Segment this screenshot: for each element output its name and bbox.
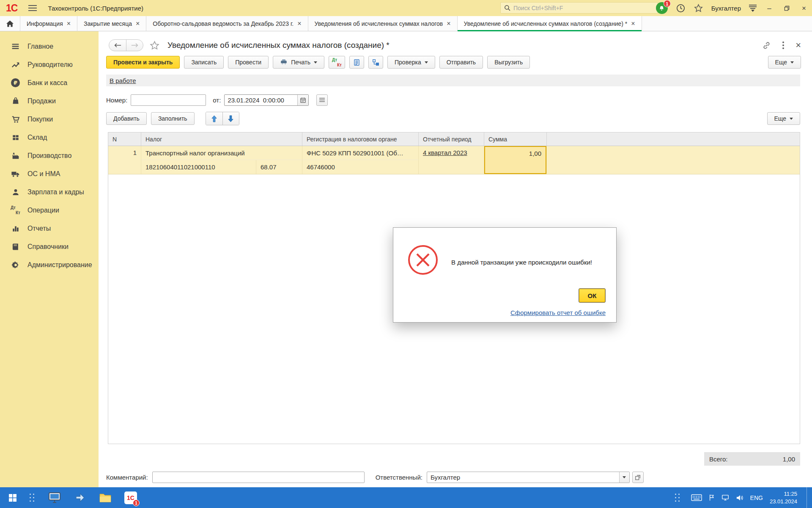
network-icon[interactable]: [721, 494, 729, 501]
cell-registration[interactable]: ФНС 5029 КПП 502901001 (Об…: [302, 146, 419, 160]
column-header-sum: Сумма: [484, 133, 547, 146]
move-up-button[interactable]: [206, 112, 222, 125]
tab-close-icon[interactable]: ×: [297, 20, 301, 27]
column-header-n: N: [108, 133, 141, 146]
notifications-bell-icon[interactable]: 1: [656, 2, 668, 14]
sidebar-item-operations[interactable]: ДтКт Операции: [0, 201, 99, 219]
comment-input[interactable]: [152, 472, 365, 483]
debit-credit-button[interactable]: ДтКт: [329, 56, 345, 69]
get-link-icon[interactable]: [762, 41, 771, 50]
tab-notification-new[interactable]: Уведомление об исчисленных суммах налого…: [458, 16, 642, 31]
sidebar-item-production[interactable]: Производство: [0, 146, 99, 165]
responsible-combo[interactable]: Бухгалтер: [427, 472, 630, 483]
back-button[interactable]: [109, 40, 126, 51]
status-strip: В работе: [106, 75, 800, 86]
cell-row-number[interactable]: 1: [108, 146, 141, 174]
sidebar-item-fixed-assets[interactable]: ОС и НМА: [0, 165, 99, 183]
taskbar-app-launcher[interactable]: [70, 487, 90, 508]
cell-oktmo[interactable]: 46746000: [302, 160, 419, 174]
taskbar-app-1c[interactable]: 1С 1: [121, 487, 140, 508]
sidebar-item-sales[interactable]: Продажи: [0, 92, 99, 110]
tab-trial-balance[interactable]: Оборотно-сальдовая ведомость за Декабрь …: [146, 16, 308, 31]
sidebar-item-administration[interactable]: Администрирование: [0, 256, 99, 274]
selected-cell[interactable]: 1,00: [484, 146, 546, 174]
tab-information[interactable]: Информация ×: [20, 16, 77, 31]
cell-sum[interactable]: 1,00: [484, 146, 547, 174]
main-menu-icon[interactable]: [28, 5, 37, 11]
sidebar-item-directories[interactable]: Справочники: [0, 237, 99, 256]
sidebar-item-reports[interactable]: Отчеты: [0, 219, 99, 237]
sidebar-item-manager[interactable]: Руководителю: [0, 55, 99, 74]
sidebar-item-purchases[interactable]: Покупки: [0, 110, 99, 128]
global-search[interactable]: [500, 2, 658, 14]
taskbar-clock[interactable]: 11:25 23.01.2024: [770, 490, 800, 505]
view-settings-icon[interactable]: [749, 5, 757, 12]
favorite-star-icon[interactable]: [149, 40, 160, 51]
post-button[interactable]: Провести: [228, 56, 269, 69]
check-button[interactable]: Проверка: [387, 56, 435, 69]
show-desktop-button[interactable]: [807, 487, 809, 508]
history-icon[interactable]: [676, 3, 686, 13]
tray-drag-handle[interactable]: [675, 494, 680, 502]
tab-month-closing[interactable]: Закрытие месяца ×: [77, 16, 146, 31]
current-user[interactable]: Бухгалтер: [711, 5, 741, 12]
table-header-row: N Налог Регистрация в налоговом органе О…: [108, 133, 800, 146]
flag-icon[interactable]: [709, 494, 715, 501]
sidebar-item-payroll-hr[interactable]: Зарплата и кадры: [0, 183, 99, 201]
sidebar-item-main[interactable]: Главное: [0, 37, 99, 55]
document-structure-button[interactable]: [316, 94, 328, 106]
taskbar-drag-handle[interactable]: [30, 494, 35, 502]
more-menu-icon[interactable]: [782, 41, 784, 49]
cell-period[interactable]: 4 квартал 2023: [419, 146, 484, 174]
forward-button[interactable]: [126, 40, 143, 51]
fill-button[interactable]: Заполнить: [151, 112, 195, 125]
taskbar-app-explorer[interactable]: [96, 487, 115, 508]
error-report-link[interactable]: Сформировать отчет об ошибке: [510, 309, 606, 316]
keyboard-icon[interactable]: [691, 494, 702, 501]
tab-close-icon[interactable]: ×: [67, 20, 71, 27]
table-more-button[interactable]: Еще: [767, 112, 801, 125]
number-label: Номер:: [106, 97, 127, 104]
minimize-button[interactable]: –: [765, 3, 774, 13]
sidebar-item-warehouse[interactable]: Склад: [0, 128, 99, 146]
post-and-close-button[interactable]: Провести и закрыть: [106, 56, 180, 69]
table-row[interactable]: 1 Транспортный налог организаций ФНС 502…: [108, 146, 800, 174]
tab-notifications-list[interactable]: Уведомления об исчисленных суммах налого…: [308, 16, 458, 31]
sidebar-item-label: Производство: [27, 152, 71, 160]
close-form-icon[interactable]: ×: [796, 41, 801, 50]
calendar-button[interactable]: [297, 95, 308, 105]
add-row-button[interactable]: Добавить: [106, 112, 147, 125]
tab-home[interactable]: [0, 16, 20, 31]
more-button[interactable]: Еще: [768, 56, 801, 69]
number-input[interactable]: [131, 94, 206, 106]
combo-caret-button[interactable]: [619, 472, 629, 483]
close-window-button[interactable]: ×: [799, 3, 809, 13]
cell-account[interactable]: 68.07: [256, 160, 302, 174]
arrow-up-icon: [211, 115, 217, 123]
language-indicator[interactable]: ENG: [750, 494, 763, 501]
structure-button[interactable]: [368, 56, 383, 69]
send-button[interactable]: Отправить: [439, 56, 483, 69]
taskbar-app-computer[interactable]: [45, 487, 64, 508]
move-down-button[interactable]: [222, 112, 239, 125]
tab-close-icon[interactable]: ×: [631, 20, 635, 27]
ok-button[interactable]: ОК: [579, 288, 606, 303]
export-button[interactable]: Выгрузить: [487, 56, 530, 69]
speaker-icon[interactable]: [736, 494, 743, 501]
sidebar-item-bank-cash[interactable]: ₽ Банк и касса: [0, 74, 99, 92]
search-input[interactable]: [513, 5, 654, 11]
save-button[interactable]: Записать: [184, 56, 224, 69]
cell-kbk[interactable]: 18210604011021000110: [141, 160, 256, 174]
print-button[interactable]: Печать: [273, 56, 324, 69]
favorites-star-icon[interactable]: [694, 3, 703, 13]
status-link[interactable]: В работе: [110, 77, 136, 84]
restore-button[interactable]: [782, 3, 791, 13]
start-button[interactable]: [0, 487, 25, 508]
cell-tax-name[interactable]: Транспортный налог организаций: [141, 146, 302, 160]
tab-close-icon[interactable]: ×: [136, 20, 140, 27]
tab-close-icon[interactable]: ×: [447, 20, 450, 27]
period-link[interactable]: 4 квартал 2023: [423, 149, 467, 156]
date-input[interactable]: [225, 95, 297, 105]
open-responsible-button[interactable]: [632, 472, 644, 483]
document-register-button[interactable]: [349, 56, 364, 69]
